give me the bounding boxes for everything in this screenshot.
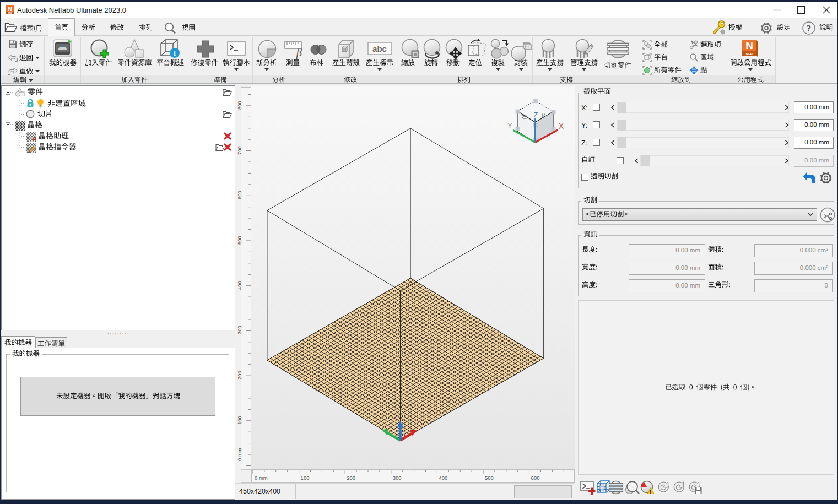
svg-text:X: X: [559, 122, 564, 131]
svg-text:Z: Z: [533, 111, 538, 119]
svg-text:Y: Y: [507, 121, 513, 130]
